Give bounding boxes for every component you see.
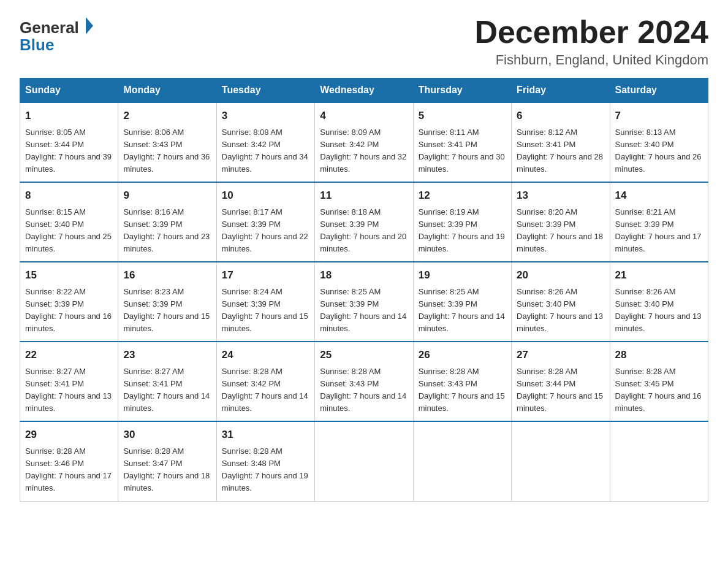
day-number: 24	[222, 347, 309, 363]
calendar-cell: 23 Sunrise: 8:27 AMSunset: 3:41 PMDaylig…	[118, 342, 216, 421]
day-number: 18	[320, 267, 408, 283]
day-number: 11	[320, 188, 408, 204]
day-info: Sunrise: 8:28 AMSunset: 3:46 PMDaylight:…	[25, 446, 112, 492]
calendar-cell: 6 Sunrise: 8:12 AMSunset: 3:41 PMDayligh…	[512, 102, 610, 182]
day-info: Sunrise: 8:23 AMSunset: 3:39 PMDaylight:…	[123, 287, 210, 333]
calendar-cell: 10 Sunrise: 8:17 AMSunset: 3:39 PMDaylig…	[216, 182, 314, 262]
calendar-cell: 11 Sunrise: 8:18 AMSunset: 3:39 PMDaylig…	[315, 182, 413, 262]
calendar-cell: 19 Sunrise: 8:25 AMSunset: 3:39 PMDaylig…	[413, 262, 511, 342]
calendar-cell	[610, 421, 708, 501]
calendar-cell	[512, 421, 610, 501]
calendar-cell: 25 Sunrise: 8:28 AMSunset: 3:43 PMDaylig…	[315, 342, 413, 421]
calendar-cell: 1 Sunrise: 8:05 AMSunset: 3:44 PMDayligh…	[20, 102, 118, 182]
day-number: 21	[615, 267, 703, 283]
day-number: 16	[123, 267, 211, 283]
day-number: 12	[419, 188, 506, 204]
calendar-cell: 17 Sunrise: 8:24 AMSunset: 3:39 PMDaylig…	[216, 262, 314, 342]
header-wednesday: Wednesday	[315, 79, 413, 103]
day-number: 1	[25, 108, 113, 124]
day-number: 13	[517, 188, 604, 204]
day-number: 15	[25, 267, 113, 283]
calendar-cell: 12 Sunrise: 8:19 AMSunset: 3:39 PMDaylig…	[413, 182, 511, 262]
calendar-cell: 27 Sunrise: 8:28 AMSunset: 3:44 PMDaylig…	[512, 342, 610, 421]
calendar-cell: 14 Sunrise: 8:21 AMSunset: 3:39 PMDaylig…	[610, 182, 708, 262]
day-info: Sunrise: 8:28 AMSunset: 3:45 PMDaylight:…	[615, 367, 702, 413]
day-info: Sunrise: 8:28 AMSunset: 3:48 PMDaylight:…	[222, 446, 308, 492]
week-row-4: 22 Sunrise: 8:27 AMSunset: 3:41 PMDaylig…	[20, 342, 708, 421]
day-info: Sunrise: 8:13 AMSunset: 3:40 PMDaylight:…	[615, 128, 702, 174]
day-number: 9	[123, 188, 211, 204]
header-saturday: Saturday	[610, 79, 708, 103]
day-number: 28	[615, 347, 703, 363]
day-info: Sunrise: 8:26 AMSunset: 3:40 PMDaylight:…	[615, 287, 702, 333]
day-info: Sunrise: 8:21 AMSunset: 3:39 PMDaylight:…	[615, 207, 702, 253]
svg-text:General: General	[20, 18, 79, 37]
calendar-cell: 21 Sunrise: 8:26 AMSunset: 3:40 PMDaylig…	[610, 262, 708, 342]
day-number: 29	[25, 427, 113, 443]
day-info: Sunrise: 8:26 AMSunset: 3:40 PMDaylight:…	[517, 287, 603, 333]
day-info: Sunrise: 8:22 AMSunset: 3:39 PMDaylight:…	[25, 287, 112, 333]
calendar-cell: 24 Sunrise: 8:28 AMSunset: 3:42 PMDaylig…	[216, 342, 314, 421]
calendar-header: Sunday Monday Tuesday Wednesday Thursday…	[20, 79, 708, 103]
calendar-cell: 22 Sunrise: 8:27 AMSunset: 3:41 PMDaylig…	[20, 342, 118, 421]
svg-marker-1	[86, 17, 93, 34]
header-thursday: Thursday	[413, 79, 511, 103]
day-info: Sunrise: 8:28 AMSunset: 3:43 PMDaylight:…	[320, 367, 406, 413]
calendar-cell: 13 Sunrise: 8:20 AMSunset: 3:39 PMDaylig…	[512, 182, 610, 262]
calendar-cell: 30 Sunrise: 8:28 AMSunset: 3:47 PMDaylig…	[118, 421, 216, 501]
week-row-3: 15 Sunrise: 8:22 AMSunset: 3:39 PMDaylig…	[20, 262, 708, 342]
day-info: Sunrise: 8:28 AMSunset: 3:44 PMDaylight:…	[517, 367, 603, 413]
day-number: 8	[25, 188, 113, 204]
day-number: 10	[222, 188, 309, 204]
day-number: 31	[222, 427, 309, 443]
day-info: Sunrise: 8:05 AMSunset: 3:44 PMDaylight:…	[25, 128, 112, 174]
calendar-cell: 9 Sunrise: 8:16 AMSunset: 3:39 PMDayligh…	[118, 182, 216, 262]
calendar-cell	[413, 421, 511, 501]
day-info: Sunrise: 8:06 AMSunset: 3:43 PMDaylight:…	[123, 128, 210, 174]
day-info: Sunrise: 8:28 AMSunset: 3:47 PMDaylight:…	[123, 446, 210, 492]
logo: General Blue	[20, 15, 99, 58]
month-title: December 2024	[474, 15, 708, 50]
day-number: 27	[517, 347, 604, 363]
day-info: Sunrise: 8:12 AMSunset: 3:41 PMDaylight:…	[517, 128, 603, 174]
calendar-cell: 3 Sunrise: 8:08 AMSunset: 3:42 PMDayligh…	[216, 102, 314, 182]
day-info: Sunrise: 8:27 AMSunset: 3:41 PMDaylight:…	[25, 367, 112, 413]
week-row-2: 8 Sunrise: 8:15 AMSunset: 3:40 PMDayligh…	[20, 182, 708, 262]
day-number: 26	[419, 347, 506, 363]
calendar-cell: 15 Sunrise: 8:22 AMSunset: 3:39 PMDaylig…	[20, 262, 118, 342]
calendar-table: Sunday Monday Tuesday Wednesday Thursday…	[20, 78, 708, 501]
day-number: 22	[25, 347, 113, 363]
calendar-cell: 2 Sunrise: 8:06 AMSunset: 3:43 PMDayligh…	[118, 102, 216, 182]
calendar-cell: 7 Sunrise: 8:13 AMSunset: 3:40 PMDayligh…	[610, 102, 708, 182]
day-info: Sunrise: 8:19 AMSunset: 3:39 PMDaylight:…	[419, 207, 505, 253]
calendar-cell: 20 Sunrise: 8:26 AMSunset: 3:40 PMDaylig…	[512, 262, 610, 342]
week-row-5: 29 Sunrise: 8:28 AMSunset: 3:46 PMDaylig…	[20, 421, 708, 501]
day-info: Sunrise: 8:24 AMSunset: 3:39 PMDaylight:…	[222, 287, 308, 333]
svg-text:Blue: Blue	[20, 36, 54, 54]
header-friday: Friday	[512, 79, 610, 103]
location: Fishburn, England, United Kingdom	[474, 52, 708, 68]
logo-svg: General Blue	[20, 15, 99, 58]
page-header: General Blue December 2024 Fishburn, Eng…	[20, 15, 708, 68]
calendar-cell: 4 Sunrise: 8:09 AMSunset: 3:42 PMDayligh…	[315, 102, 413, 182]
calendar-cell: 18 Sunrise: 8:25 AMSunset: 3:39 PMDaylig…	[315, 262, 413, 342]
day-number: 6	[517, 108, 604, 124]
day-number: 19	[419, 267, 506, 283]
header-monday: Monday	[118, 79, 216, 103]
header-row: Sunday Monday Tuesday Wednesday Thursday…	[20, 79, 708, 103]
day-number: 7	[615, 108, 703, 124]
day-number: 4	[320, 108, 408, 124]
calendar-cell: 26 Sunrise: 8:28 AMSunset: 3:43 PMDaylig…	[413, 342, 511, 421]
day-number: 3	[222, 108, 309, 124]
title-section: December 2024 Fishburn, England, United …	[474, 15, 708, 68]
day-info: Sunrise: 8:20 AMSunset: 3:39 PMDaylight:…	[517, 207, 603, 253]
day-info: Sunrise: 8:17 AMSunset: 3:39 PMDaylight:…	[222, 207, 308, 253]
day-number: 2	[123, 108, 211, 124]
calendar-cell: 5 Sunrise: 8:11 AMSunset: 3:41 PMDayligh…	[413, 102, 511, 182]
day-info: Sunrise: 8:25 AMSunset: 3:39 PMDaylight:…	[320, 287, 406, 333]
day-info: Sunrise: 8:08 AMSunset: 3:42 PMDaylight:…	[222, 128, 308, 174]
day-number: 14	[615, 188, 703, 204]
day-info: Sunrise: 8:27 AMSunset: 3:41 PMDaylight:…	[123, 367, 210, 413]
header-tuesday: Tuesday	[216, 79, 314, 103]
day-info: Sunrise: 8:09 AMSunset: 3:42 PMDaylight:…	[320, 128, 406, 174]
